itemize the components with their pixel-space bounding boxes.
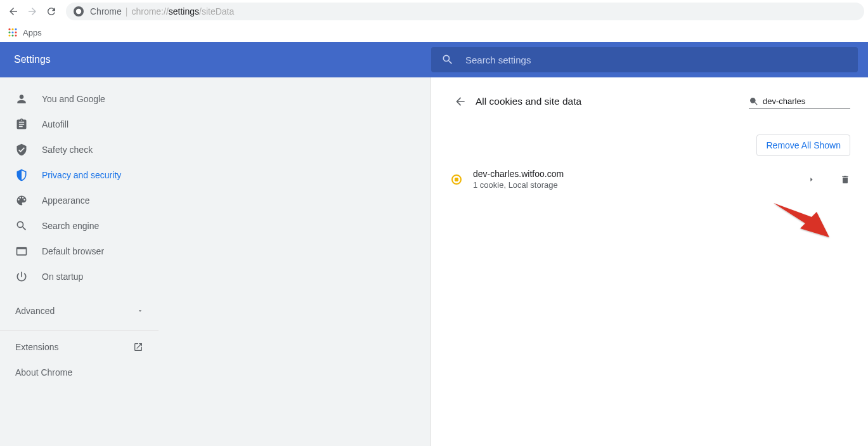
svg-point-8 bbox=[11, 34, 13, 36]
sidebar-extensions-link[interactable]: Extensions bbox=[0, 334, 159, 360]
sidebar-item-label: Safety check bbox=[42, 145, 93, 155]
site-data-row[interactable]: dev-charles.witfoo.com 1 cookie, Local s… bbox=[449, 161, 850, 197]
omnibox-divider: | bbox=[126, 6, 128, 16]
apps-shortcut-label: Apps bbox=[23, 28, 42, 37]
sidebar-item-label: Autofill bbox=[42, 119, 68, 129]
sidebar-advanced-label: Advanced bbox=[15, 306, 55, 316]
svg-point-2 bbox=[11, 28, 13, 30]
site-data-panel: All cookies and site data Remove All Sho… bbox=[431, 77, 868, 446]
sidebar-item-safety-check[interactable]: Safety check bbox=[0, 137, 159, 162]
panel-title: All cookies and site data bbox=[476, 96, 749, 107]
filter-box[interactable] bbox=[749, 94, 850, 109]
site-info: dev-charles.witfoo.com 1 cookie, Local s… bbox=[473, 169, 808, 190]
omnibox-brand: Chrome bbox=[90, 6, 122, 16]
search-icon bbox=[15, 220, 28, 232]
filter-input[interactable] bbox=[763, 94, 868, 108]
remove-all-shown-button[interactable]: Remove All Shown bbox=[756, 134, 850, 156]
sidebar-item-label: Privacy and security bbox=[42, 170, 121, 180]
sidebar-item-search-engine[interactable]: Search engine bbox=[0, 213, 159, 239]
settings-header: Settings bbox=[0, 42, 868, 77]
svg-point-1 bbox=[8, 28, 10, 30]
power-icon bbox=[15, 270, 28, 283]
browser-icon bbox=[15, 245, 28, 258]
search-icon bbox=[749, 96, 759, 107]
delete-site-data-button[interactable] bbox=[840, 174, 850, 185]
palette-icon bbox=[15, 194, 28, 207]
sidebar-about-label: About Chrome bbox=[15, 367, 72, 377]
search-settings-input[interactable] bbox=[465, 55, 848, 65]
svg-point-0 bbox=[76, 9, 81, 14]
person-icon bbox=[15, 93, 28, 105]
browser-toolbar: Chrome | chrome://settings/siteData bbox=[0, 0, 868, 23]
sidebar-item-default-browser[interactable]: Default browser bbox=[0, 239, 159, 264]
sidebar-item-label: You and Google bbox=[42, 94, 105, 104]
svg-point-4 bbox=[8, 31, 10, 33]
sidebar-item-autofill[interactable]: Autofill bbox=[0, 112, 159, 137]
search-icon bbox=[441, 53, 454, 66]
settings-sidebar: You and Google Autofill Safety check Pri… bbox=[0, 77, 159, 446]
apps-grid-icon bbox=[8, 27, 18, 37]
omnibox-url-rest: /siteData bbox=[199, 6, 234, 16]
sidebar-item-label: Default browser bbox=[42, 246, 104, 256]
sidebar-item-on-startup[interactable]: On startup bbox=[0, 264, 159, 289]
svg-point-3 bbox=[15, 28, 16, 30]
shield-icon bbox=[15, 169, 28, 181]
annotation-arrow bbox=[774, 203, 831, 241]
remove-all-row: Remove All Shown bbox=[449, 134, 850, 156]
search-settings-box[interactable] bbox=[431, 47, 858, 72]
svg-point-6 bbox=[15, 31, 16, 33]
apps-shortcut[interactable]: Apps bbox=[8, 27, 42, 37]
svg-point-9 bbox=[15, 34, 16, 36]
clipboard-icon bbox=[15, 118, 28, 131]
sidebar-extensions-label: Extensions bbox=[15, 342, 58, 352]
svg-marker-10 bbox=[774, 203, 829, 237]
site-favicon bbox=[451, 174, 462, 185]
sidebar-advanced-toggle[interactable]: Advanced bbox=[0, 296, 159, 326]
reload-button[interactable] bbox=[42, 2, 61, 21]
panel-back-button[interactable] bbox=[449, 90, 472, 113]
content-area: You and Google Autofill Safety check Pri… bbox=[0, 77, 868, 446]
site-detail: 1 cookie, Local storage bbox=[473, 180, 808, 190]
omnibox-url-scheme: chrome:// bbox=[131, 6, 168, 16]
content-gutter bbox=[159, 77, 431, 446]
omnibox[interactable]: Chrome | chrome://settings/siteData bbox=[66, 3, 864, 20]
site-info-icon bbox=[74, 6, 84, 16]
back-button[interactable] bbox=[4, 2, 23, 21]
omnibox-url-highlight: settings bbox=[169, 6, 199, 16]
sidebar-item-label: On startup bbox=[42, 272, 83, 282]
open-in-new-icon bbox=[133, 342, 143, 352]
settings-title: Settings bbox=[0, 54, 431, 65]
panel-header: All cookies and site data bbox=[449, 90, 850, 113]
sidebar-item-privacy-security[interactable]: Privacy and security bbox=[0, 162, 159, 188]
sidebar-divider bbox=[0, 330, 159, 331]
forward-button[interactable] bbox=[23, 2, 42, 21]
bookmarks-bar: Apps bbox=[0, 23, 868, 42]
svg-point-5 bbox=[11, 31, 13, 33]
sidebar-item-appearance[interactable]: Appearance bbox=[0, 188, 159, 213]
svg-point-7 bbox=[8, 34, 10, 36]
sidebar-item-label: Search engine bbox=[42, 221, 99, 231]
sidebar-item-label: Appearance bbox=[42, 195, 90, 206]
expand-site-button[interactable] bbox=[808, 176, 815, 183]
shield-check-icon bbox=[15, 143, 28, 156]
sidebar-item-you-and-google[interactable]: You and Google bbox=[0, 86, 159, 112]
chevron-down-icon bbox=[137, 308, 143, 314]
sidebar-about-link[interactable]: About Chrome bbox=[0, 360, 159, 385]
site-domain: dev-charles.witfoo.com bbox=[473, 169, 808, 179]
